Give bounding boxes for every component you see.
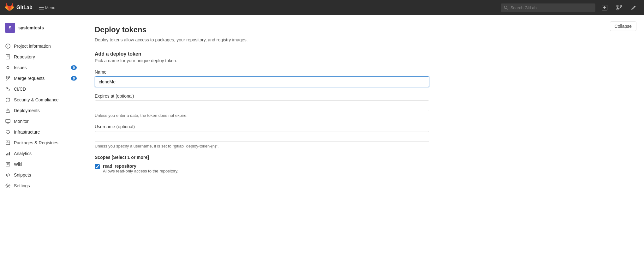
hamburger-icon: [39, 5, 44, 10]
sidebar: S systemtests Project informationReposit…: [0, 15, 82, 277]
svg-rect-27: [6, 141, 10, 145]
sidebar-item-cicd[interactable]: CI/CD: [0, 84, 82, 94]
name-field-group: Name: [95, 69, 631, 87]
sidebar-item-deployments[interactable]: Deployments: [0, 105, 82, 116]
merge-request-icon-button[interactable]: [614, 3, 624, 12]
name-input[interactable]: [95, 76, 429, 87]
scope-name-read_repository: read_repository: [103, 164, 178, 169]
svg-marker-22: [7, 88, 9, 89]
expires-input[interactable]: [95, 100, 429, 111]
book-icon: [5, 54, 11, 60]
snippets-icon: [5, 172, 11, 178]
page-layout: S systemtests Project informationReposit…: [0, 15, 644, 277]
svg-point-18: [7, 67, 9, 69]
svg-rect-30: [6, 154, 7, 155]
scopes-group: Scopes [Select 1 or more] read_repositor…: [95, 155, 631, 173]
svg-rect-24: [6, 119, 10, 123]
edit-icon: [631, 5, 636, 10]
infrastructure-icon: [5, 129, 11, 135]
project-name: systemtests: [18, 25, 44, 30]
top-navigation: GitLab Menu: [0, 0, 644, 15]
wiki-icon: [5, 161, 11, 167]
svg-point-19: [6, 76, 7, 78]
sidebar-badge-issues: 0: [71, 65, 77, 70]
sidebar-item-packages-registries[interactable]: Packages & Registries: [0, 137, 82, 148]
sidebar-item-settings[interactable]: Settings: [0, 180, 82, 191]
new-item-button[interactable]: [599, 3, 610, 12]
settings-icon: [5, 183, 11, 189]
scope-item-read_repository: read_repositoryAllows read-only access t…: [95, 164, 631, 173]
username-hint: Unless you specify a username, it is set…: [95, 144, 631, 148]
sidebar-item-label-monitor: Monitor: [14, 119, 29, 124]
sidebar-item-monitor[interactable]: Monitor: [0, 116, 82, 127]
expires-field-group: Expires at (optional) Unless you enter a…: [95, 93, 631, 118]
sidebar-item-project-information[interactable]: Project information: [0, 41, 82, 51]
svg-rect-0: [39, 6, 44, 6]
sidebar-item-label-settings: Settings: [14, 183, 30, 188]
gitlab-text: GitLab: [16, 5, 33, 10]
project-header: S systemtests: [0, 20, 82, 38]
scope-checkbox-read_repository[interactable]: [95, 164, 100, 169]
search-input[interactable]: [510, 5, 592, 10]
merge-icon: [5, 75, 11, 81]
expires-hint: Unless you enter a date, the token does …: [95, 113, 631, 118]
project-avatar: S: [5, 23, 15, 33]
page-subtitle: Deploy tokens allow access to packages, …: [95, 37, 631, 42]
plus-square-icon: [602, 5, 607, 10]
svg-rect-23: [6, 111, 10, 112]
sidebar-item-security-compliance[interactable]: Security & Compliance: [0, 94, 82, 105]
sidebar-item-label-snippets: Snippets: [14, 172, 31, 178]
monitor-icon: [5, 118, 11, 124]
package-icon: [5, 140, 11, 146]
cicd-icon: [5, 86, 11, 92]
add-token-title: Add a deploy token: [95, 51, 631, 57]
sidebar-item-label-packages-registries: Packages & Registries: [14, 140, 58, 145]
collapse-button[interactable]: Collapse: [610, 21, 636, 31]
edit-icon-button[interactable]: [628, 3, 639, 12]
sidebar-item-label-analytics: Analytics: [14, 151, 32, 156]
sidebar-item-issues[interactable]: Issues0: [0, 62, 82, 73]
sidebar-item-infrastructure[interactable]: Infrastructure: [0, 127, 82, 137]
sidebar-item-label-project-information: Project information: [14, 44, 51, 49]
username-label: Username (optional): [95, 124, 631, 129]
scope-content-read_repository: read_repositoryAllows read-only access t…: [103, 164, 178, 173]
sidebar-item-label-security-compliance: Security & Compliance: [14, 97, 59, 102]
deploy-icon: [5, 108, 11, 113]
sidebar-item-label-issues: Issues: [14, 65, 27, 70]
sidebar-item-wiki[interactable]: Wiki: [0, 159, 82, 170]
sidebar-badge-merge-requests: 0: [71, 76, 77, 81]
menu-button[interactable]: Menu: [36, 4, 58, 11]
issues-icon: [5, 65, 11, 70]
sidebar-item-label-wiki: Wiki: [14, 162, 22, 167]
sidebar-item-label-cicd: CI/CD: [14, 87, 26, 92]
svg-rect-1: [39, 7, 44, 8]
shield-icon: [5, 97, 11, 103]
sidebar-item-label-infrastructure: Infrastructure: [14, 129, 40, 135]
username-field-group: Username (optional) Unless you specify a…: [95, 124, 631, 148]
menu-label: Menu: [45, 5, 56, 10]
sidebar-item-analytics[interactable]: Analytics: [0, 148, 82, 159]
username-input[interactable]: [95, 131, 429, 142]
sidebar-item-snippets[interactable]: Snippets: [0, 170, 82, 180]
sidebar-item-label-repository: Repository: [14, 54, 35, 59]
search-bar[interactable]: [501, 3, 595, 12]
expires-label: Expires at (optional): [95, 93, 631, 99]
svg-point-36: [7, 185, 9, 187]
analytics-icon: [5, 151, 11, 156]
sidebar-nav: Project informationRepositoryIssues0Merg…: [0, 41, 82, 191]
sidebar-item-label-deployments: Deployments: [14, 108, 40, 113]
scopes-label: Scopes [Select 1 or more]: [95, 155, 631, 160]
gitlab-logo[interactable]: GitLab: [5, 3, 33, 12]
svg-point-14: [8, 45, 8, 45]
search-icon: [504, 5, 508, 10]
scopes-list: read_repositoryAllows read-only access t…: [95, 164, 631, 173]
gitlab-fox-icon: [5, 3, 14, 12]
main-content: Collapse Deploy tokens Deploy tokens all…: [82, 15, 644, 277]
scope-desc-read_repository: Allows read-only access to the repositor…: [103, 169, 178, 173]
sidebar-item-repository[interactable]: Repository: [0, 51, 82, 62]
merge-request-icon: [616, 5, 622, 10]
svg-line-4: [507, 8, 508, 9]
svg-line-11: [635, 6, 635, 7]
name-label: Name: [95, 69, 631, 75]
sidebar-item-merge-requests[interactable]: Merge requests0: [0, 73, 82, 84]
